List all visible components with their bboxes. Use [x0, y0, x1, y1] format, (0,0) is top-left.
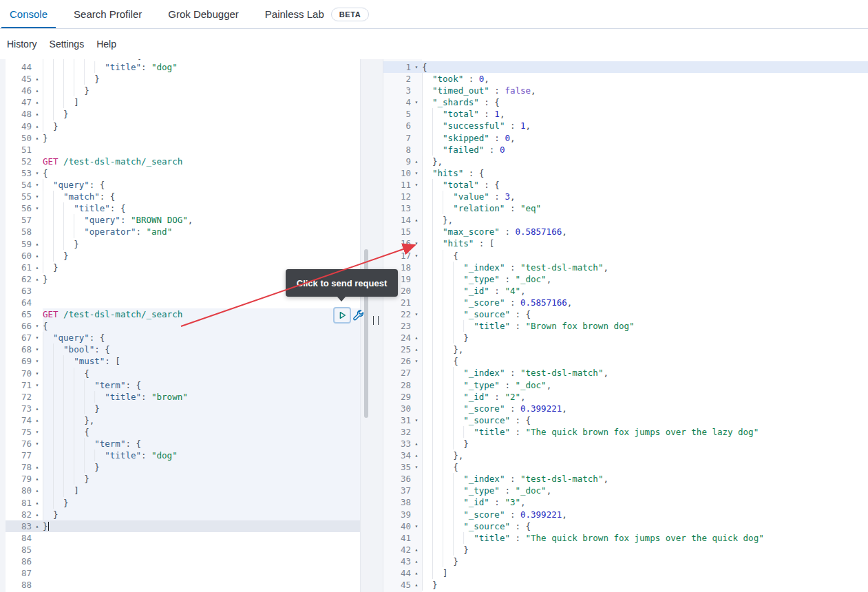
fold-toggle-icon[interactable]: ▴: [32, 108, 43, 120]
code-line: 25▴},: [383, 343, 868, 355]
fold-toggle-icon[interactable]: ▴: [32, 132, 43, 144]
code-line: 21"_score" : 0.5857166,: [383, 297, 868, 308]
fold-toggle-icon[interactable]: ▴: [32, 73, 43, 85]
send-request-button[interactable]: [333, 307, 351, 324]
fold-toggle-icon[interactable]: ▴: [411, 450, 422, 461]
fold-toggle-icon[interactable]: ▾: [32, 368, 43, 379]
fold-toggle-icon[interactable]: ▾: [32, 191, 43, 202]
fold-toggle-icon[interactable]: ▾: [411, 461, 422, 473]
request-editor[interactable]: 43▾"term": {44"title": "dog"45▴}46▴}47▴]…: [0, 59, 360, 592]
line-number: 39: [383, 509, 411, 520]
fold-toggle-icon[interactable]: ▾: [32, 167, 43, 179]
fold-toggle-icon[interactable]: ▾: [32, 202, 43, 214]
tab-console[interactable]: Console: [1, 0, 56, 28]
fold-toggle-icon[interactable]: ▾: [32, 426, 43, 438]
fold-toggle-icon[interactable]: ▴: [32, 273, 43, 285]
tab-painless-lab[interactable]: Painless LabBETA: [257, 0, 377, 28]
code-text: "_type" : "_doc",: [422, 379, 868, 391]
fold-toggle-icon[interactable]: ▴: [411, 567, 422, 579]
fold-toggle-icon[interactable]: ▴: [32, 250, 43, 262]
fold-toggle-icon[interactable]: ▴: [411, 438, 422, 450]
code-text: GET /test-dsl-match/_search: [43, 156, 360, 167]
fold-toggle-icon[interactable]: ▴: [32, 461, 43, 473]
fold-toggle-icon[interactable]: ▾: [32, 438, 43, 450]
editor-left-margin: [0, 59, 6, 592]
tab-label: Console: [10, 8, 47, 20]
code-text: "term": {: [43, 379, 360, 391]
fold-toggle-icon[interactable]: ▾: [32, 343, 43, 355]
fold-toggle-icon: [411, 473, 422, 485]
tab-search-profiler[interactable]: Search Profiler: [65, 0, 150, 28]
code-line: 10▾"hits" : {: [383, 167, 868, 179]
fold-toggle-icon[interactable]: ▴: [411, 343, 422, 355]
fold-toggle-icon[interactable]: ▴: [32, 238, 43, 250]
fold-toggle-icon[interactable]: ▴: [411, 556, 422, 567]
fold-toggle-icon[interactable]: ▾: [411, 355, 422, 367]
fold-toggle-icon[interactable]: ▾: [32, 332, 43, 343]
fold-toggle-icon[interactable]: ▾: [411, 308, 422, 320]
response-editor[interactable]: 1▾{2"took" : 0,3"timed_out" : false,4▾"_…: [383, 59, 868, 592]
code-text: }: [422, 332, 868, 343]
line-number: 22: [383, 308, 411, 320]
fold-toggle-icon[interactable]: ▾: [411, 520, 422, 532]
fold-toggle-icon[interactable]: ▾: [411, 167, 422, 179]
code-line: 13"relation" : "eq": [383, 202, 868, 214]
fold-toggle-icon[interactable]: ▴: [411, 544, 422, 556]
code-text: "query": "BROWN DOG",: [43, 214, 360, 226]
code-line: 76▾"term": {: [6, 438, 360, 450]
fold-toggle-icon[interactable]: ▾: [32, 379, 43, 391]
fold-toggle-icon[interactable]: ▴: [32, 85, 43, 96]
menu-item-settings[interactable]: Settings: [50, 39, 85, 50]
fold-toggle-icon[interactable]: ▴: [32, 120, 43, 132]
fold-toggle-icon[interactable]: ▴: [32, 473, 43, 485]
code-text: "_score" : 0.5857166,: [422, 297, 868, 308]
code-line: 12"value" : 3,: [383, 191, 868, 202]
text-cursor: [48, 522, 49, 531]
fold-toggle-icon[interactable]: ▴: [32, 414, 43, 426]
fold-toggle-icon[interactable]: ▴: [411, 214, 422, 226]
line-number: 26: [383, 355, 411, 367]
fold-toggle-icon: [32, 226, 43, 237]
fold-toggle-icon[interactable]: ▾: [411, 250, 422, 262]
request-options-button[interactable]: [352, 309, 364, 321]
fold-toggle-icon: [411, 144, 422, 156]
fold-toggle-icon[interactable]: ▴: [32, 520, 43, 532]
menu-item-history[interactable]: History: [7, 39, 37, 50]
line-number: 6: [383, 120, 411, 131]
fold-toggle-icon[interactable]: ▾: [411, 61, 422, 73]
line-number: 72: [6, 391, 32, 403]
tab-grok-debugger[interactable]: Grok Debugger: [160, 0, 247, 28]
menu-item-help[interactable]: Help: [96, 39, 116, 50]
fold-toggle-icon[interactable]: ▴: [32, 497, 43, 509]
fold-toggle-icon[interactable]: ▴: [32, 403, 43, 414]
code-text: "bool": {: [43, 343, 360, 355]
line-number: 3: [383, 85, 411, 96]
fold-toggle-icon[interactable]: ▴: [32, 96, 43, 108]
fold-toggle-icon[interactable]: ▾: [32, 355, 43, 367]
line-number: 46: [6, 85, 32, 96]
fold-toggle-icon[interactable]: ▾: [411, 237, 422, 249]
fold-toggle-icon[interactable]: ▴: [32, 485, 43, 496]
fold-toggle-icon[interactable]: ▾: [32, 179, 43, 191]
fold-toggle-icon[interactable]: ▴: [411, 156, 422, 167]
fold-toggle-icon[interactable]: ▴: [32, 509, 43, 520]
panel-resize-handle-icon[interactable]: [373, 316, 379, 325]
code-text: "_source" : {: [422, 414, 868, 426]
code-line: 64: [6, 297, 360, 308]
code-text: }: [422, 579, 868, 591]
line-number: 74: [6, 414, 32, 426]
fold-toggle-icon: [411, 226, 422, 237]
code-text: {: [43, 426, 360, 438]
fold-toggle-icon[interactable]: ▾: [32, 320, 43, 332]
line-number: 42: [383, 544, 411, 556]
fold-toggle-icon[interactable]: ▴: [32, 262, 43, 273]
fold-toggle-icon[interactable]: ▾: [411, 414, 422, 426]
code-line: 26▾{: [383, 355, 868, 367]
line-number: 48: [6, 108, 32, 120]
fold-toggle-icon[interactable]: ▴: [411, 579, 422, 591]
code-text: "hits" : {: [422, 167, 868, 179]
fold-toggle-icon: [411, 297, 422, 308]
fold-toggle-icon[interactable]: ▴: [411, 332, 422, 343]
fold-toggle-icon[interactable]: ▾: [411, 96, 422, 108]
fold-toggle-icon[interactable]: ▾: [411, 179, 422, 191]
